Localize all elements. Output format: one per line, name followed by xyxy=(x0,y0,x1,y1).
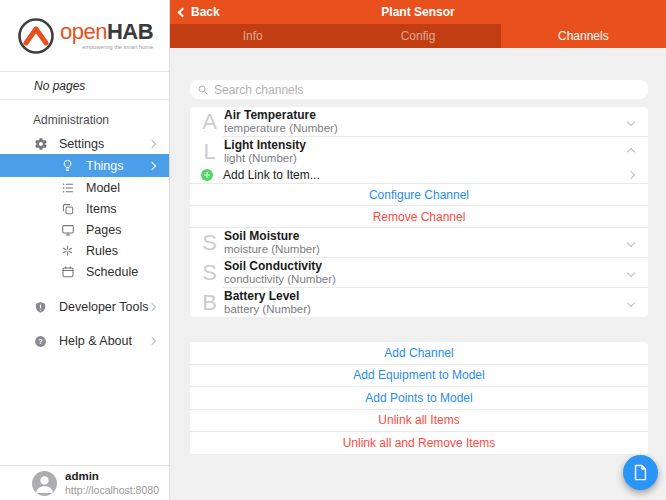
top-navbar: Back Plant Sensor xyxy=(170,0,666,24)
tab-info[interactable]: Info xyxy=(170,24,335,48)
channel-subtitle: moisture (Number) xyxy=(224,243,320,255)
chevron-down-icon xyxy=(627,238,635,246)
add-link-to-item-button[interactable]: Add Link to Item... xyxy=(190,166,648,183)
channel-title: Soil Moisture xyxy=(224,230,320,243)
channel-subtitle: battery (Number) xyxy=(224,303,311,315)
avatar xyxy=(32,471,57,496)
channel-subtitle: conductivity (Number) xyxy=(224,273,336,285)
sidebar-item-label: Developer Tools xyxy=(59,300,148,314)
back-button[interactable]: Back xyxy=(179,5,220,19)
chevron-right-icon xyxy=(148,337,156,345)
thing-actions-card: Add Channel Add Equipment to Model Add P… xyxy=(190,342,648,454)
rules-asterisk-icon xyxy=(60,243,75,258)
developer-shield-icon xyxy=(33,300,48,315)
unlink-all-and-remove-items-button[interactable]: Unlink all and Remove Items xyxy=(190,432,648,454)
account-server-url: http://localhost:8080 xyxy=(65,484,159,496)
channel-row-soil-conductivity[interactable]: S Soil Conductivity conductivity (Number… xyxy=(190,258,648,287)
brand-tagline: empowering the smart home xyxy=(82,44,153,50)
help-circle-icon: ? xyxy=(33,334,48,349)
add-points-to-model-button[interactable]: Add Points to Model xyxy=(190,387,648,409)
document-icon xyxy=(633,464,648,481)
account-username: admin xyxy=(65,470,159,483)
sidebar-item-label: Model xyxy=(86,181,120,195)
items-copy-icon xyxy=(60,201,75,216)
channel-subtitle: light (Number) xyxy=(224,152,306,164)
add-link-label: Add Link to Item... xyxy=(223,168,320,182)
sidebar-item-label: Settings xyxy=(59,137,104,151)
pages-monitor-icon xyxy=(60,222,75,237)
gear-icon xyxy=(33,136,48,151)
add-equipment-to-model-button[interactable]: Add Equipment to Model xyxy=(190,365,648,387)
channel-row-light-intensity[interactable]: L Light Intensity light (Number) xyxy=(190,137,648,166)
sidebar-item-things[interactable]: Things xyxy=(0,154,169,177)
sidebar: openHAB empowering the smart home No pag… xyxy=(0,0,170,500)
wordmark-hab: HAB xyxy=(107,21,153,43)
sidebar-item-schedule[interactable]: Schedule xyxy=(0,261,169,282)
tab-config[interactable]: Config xyxy=(335,24,500,48)
chevron-up-icon xyxy=(627,147,635,155)
remove-channel-button[interactable]: Remove Channel xyxy=(190,206,648,227)
openhab-logo-icon xyxy=(16,16,56,56)
channel-initial: L xyxy=(195,141,224,163)
lightbulb-icon xyxy=(60,158,75,173)
channel-subtitle: temperature (Number) xyxy=(224,122,338,134)
chevron-right-icon xyxy=(627,170,635,178)
sidebar-item-model[interactable]: Model xyxy=(0,177,169,198)
chevron-right-icon xyxy=(148,161,156,169)
main-panel: Back Plant Sensor Info Config Channels A… xyxy=(170,0,666,500)
search-icon xyxy=(197,84,209,96)
wordmark-open: open xyxy=(60,21,107,43)
channel-row-air-temperature[interactable]: A Air Temperature temperature (Number) xyxy=(190,107,648,136)
channels-content: A Air Temperature temperature (Number) L… xyxy=(170,48,666,500)
sidebar-item-label: Help & About xyxy=(59,334,132,348)
channel-initial: B xyxy=(195,292,224,314)
search-bar xyxy=(190,80,648,99)
chevron-down-icon xyxy=(627,268,635,276)
tab-channels[interactable]: Channels xyxy=(501,24,666,48)
channel-row-battery-level[interactable]: B Battery Level battery (Number) xyxy=(190,288,648,317)
account-row[interactable]: admin http://localhost:8080 xyxy=(0,465,169,500)
sidebar-item-developer-tools[interactable]: Developer Tools xyxy=(0,294,169,320)
channel-title: Soil Conductivity xyxy=(224,260,336,273)
channel-title: Battery Level xyxy=(224,290,311,303)
chevron-down-icon xyxy=(627,117,635,125)
channel-title: Air Temperature xyxy=(224,109,338,122)
page-title: Plant Sensor xyxy=(381,5,454,19)
back-chevron-icon xyxy=(178,7,188,17)
channel-title: Light Intensity xyxy=(224,139,306,152)
sidebar-item-label: Things xyxy=(86,159,124,173)
channel-row-soil-moisture[interactable]: S Soil Moisture moisture (Number) xyxy=(190,228,648,257)
sidebar-item-rules[interactable]: Rules xyxy=(0,240,169,261)
openhab-admin-app: openHAB empowering the smart home No pag… xyxy=(0,0,666,500)
sidebar-item-label: Pages xyxy=(86,223,121,237)
chevron-right-icon xyxy=(148,139,156,147)
sidebar-item-help-about[interactable]: ? Help & About xyxy=(0,328,169,354)
code-view-fab[interactable] xyxy=(623,455,658,490)
model-tree-icon xyxy=(60,180,75,195)
add-plus-icon xyxy=(201,169,213,181)
configure-channel-button[interactable]: Configure Channel xyxy=(190,184,648,205)
channel-initial: A xyxy=(195,111,224,133)
search-input[interactable] xyxy=(214,83,641,97)
sidebar-item-label: Schedule xyxy=(86,265,138,279)
administration-section-label: Administration xyxy=(0,100,169,133)
sidebar-item-label: Items xyxy=(86,202,117,216)
sidebar-item-label: Rules xyxy=(86,244,118,258)
channels-card: A Air Temperature temperature (Number) L… xyxy=(190,107,648,317)
sidebar-item-items[interactable]: Items xyxy=(0,198,169,219)
channel-initial: S xyxy=(195,232,224,254)
tab-bar: Info Config Channels xyxy=(170,24,666,48)
sidebar-item-pages[interactable]: Pages xyxy=(0,219,169,240)
chevron-right-icon xyxy=(148,303,156,311)
openhab-wordmark: openHAB empowering the smart home xyxy=(60,21,153,50)
back-label: Back xyxy=(191,5,220,19)
svg-text:?: ? xyxy=(38,336,43,345)
no-pages-label: No pages xyxy=(0,72,169,100)
chevron-down-icon xyxy=(627,298,635,306)
schedule-calendar-icon xyxy=(60,264,75,279)
unlink-all-items-button[interactable]: Unlink all Items xyxy=(190,410,648,432)
openhab-logo: openHAB empowering the smart home xyxy=(0,0,169,72)
add-channel-button[interactable]: Add Channel xyxy=(190,342,648,364)
channel-initial: S xyxy=(195,262,224,284)
sidebar-item-settings[interactable]: Settings xyxy=(0,133,169,154)
